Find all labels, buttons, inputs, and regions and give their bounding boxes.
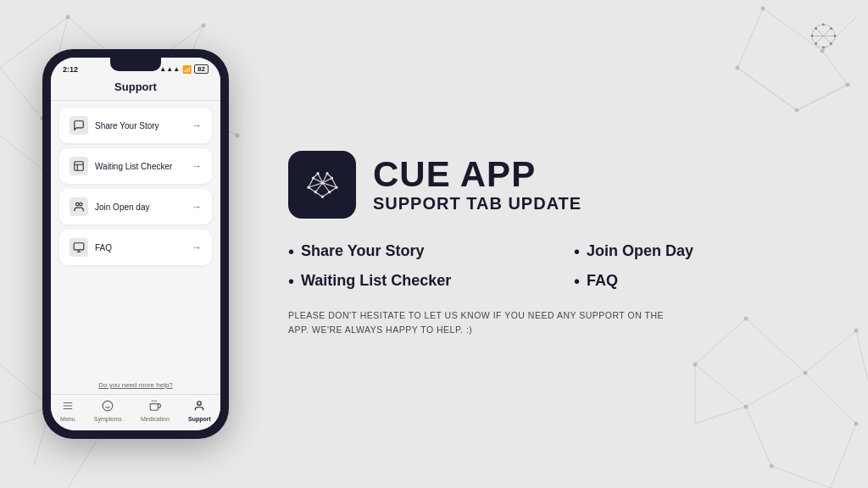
phone-mockup: 2:12 ▲▲▲ 📶 82 Support — [42, 49, 229, 439]
phone-screen: 2:12 ▲▲▲ 📶 82 Support — [51, 58, 220, 430]
title-text: CUE APP SUPPORT TAB UPDATE — [373, 157, 581, 214]
nav-support-label: Support — [188, 416, 211, 422]
status-time: 2:12 — [63, 65, 78, 74]
open-day-icon — [70, 197, 88, 216]
feature-label-openday: Join Open Day — [587, 242, 693, 260]
app-header: Support — [51, 77, 220, 101]
menu-label-openday: Join Open day — [95, 202, 150, 212]
arrow-icon: → — [192, 119, 202, 131]
menu-label-share: Share Your Story — [95, 121, 159, 130]
menu-item-share-story[interactable]: Share Your Story → — [59, 108, 212, 143]
svg-line-110 — [322, 191, 329, 197]
share-story-icon — [70, 116, 88, 135]
app-icon — [288, 151, 356, 219]
menu-item-faq[interactable]: FAQ → — [59, 230, 212, 265]
battery-indicator: 82 — [194, 64, 209, 74]
symptoms-nav-icon — [102, 400, 114, 414]
right-content: CUE APP SUPPORT TAB UPDATE • Share Your … — [280, 151, 826, 337]
feature-join-open-day: • Join Open Day — [574, 242, 826, 260]
feature-label-faq: FAQ — [587, 272, 618, 290]
svg-point-77 — [80, 202, 83, 206]
svg-point-67 — [823, 47, 825, 48]
footer-message: PLEASE DON'T HESITATE TO LET US KNOW IF … — [288, 310, 664, 335]
nav-symptoms[interactable]: Symptoms — [94, 400, 122, 422]
svg-rect-78 — [74, 243, 84, 250]
feature-label-share: Share Your Story — [301, 242, 424, 260]
bullet-1: • — [288, 243, 294, 260]
arrow-icon-2: → — [192, 160, 202, 172]
svg-line-112 — [327, 173, 332, 178]
medication-nav-icon — [149, 400, 161, 414]
arrow-icon-4: → — [192, 241, 202, 253]
app-subtitle: SUPPORT TAB UPDATE — [373, 194, 581, 214]
app-menu: Share Your Story → Waiting List Checker — [51, 101, 220, 376]
bottom-nav: Menu Symptoms — [51, 394, 220, 430]
menu-label-waiting: Waiting List Checker — [95, 162, 172, 171]
svg-rect-73 — [75, 162, 84, 171]
faq-icon — [70, 238, 88, 257]
svg-line-111 — [313, 173, 318, 178]
top-right-brain-icon — [804, 17, 843, 58]
wifi-icon: 📶 — [182, 65, 192, 74]
menu-nav-icon — [62, 400, 74, 414]
signal-icon: ▲▲▲ — [159, 65, 180, 73]
main-content: 2:12 ▲▲▲ 📶 82 Support — [0, 0, 868, 488]
app-title: CUE APP — [373, 157, 581, 192]
features-grid: • Share Your Story • Join Open Day • Wai… — [288, 242, 826, 290]
feature-share-story: • Share Your Story — [288, 242, 540, 260]
nav-menu[interactable]: Menu — [60, 400, 75, 422]
nav-support[interactable]: Support — [188, 400, 211, 422]
arrow-icon-3: → — [192, 201, 202, 213]
menu-item-waiting-list[interactable]: Waiting List Checker → — [59, 148, 212, 184]
bullet-2: • — [288, 273, 294, 290]
feature-label-waiting: Waiting List Checker — [301, 272, 451, 290]
feature-faq: • FAQ — [574, 272, 826, 290]
nav-medication-label: Medication — [141, 416, 170, 422]
svg-line-116 — [329, 187, 336, 192]
nav-menu-label: Menu — [60, 416, 75, 422]
svg-line-109 — [315, 191, 322, 197]
support-nav-icon — [193, 400, 205, 414]
bullet-3: • — [574, 243, 580, 260]
svg-point-76 — [76, 202, 80, 206]
footer-text: PLEASE DON'T HESITATE TO LET US KNOW IF … — [288, 308, 678, 337]
help-link[interactable]: Do you need more help? — [51, 376, 220, 394]
svg-point-84 — [103, 401, 113, 411]
svg-line-115 — [309, 187, 315, 192]
feature-waiting-list: • Waiting List Checker — [288, 272, 540, 290]
menu-label-faq: FAQ — [95, 243, 112, 252]
app-title-section: CUE APP SUPPORT TAB UPDATE — [288, 151, 826, 219]
menu-item-open-day[interactable]: Join Open day → — [59, 189, 212, 225]
header-title: Support — [114, 80, 157, 93]
waiting-list-icon — [70, 157, 88, 175]
nav-symptoms-label: Symptoms — [94, 416, 122, 422]
bullet-4: • — [574, 273, 580, 290]
phone-notch — [110, 58, 161, 71]
svg-point-90 — [198, 402, 202, 406]
status-icons: ▲▲▲ 📶 82 — [159, 64, 209, 74]
nav-medication[interactable]: Medication — [141, 400, 170, 422]
